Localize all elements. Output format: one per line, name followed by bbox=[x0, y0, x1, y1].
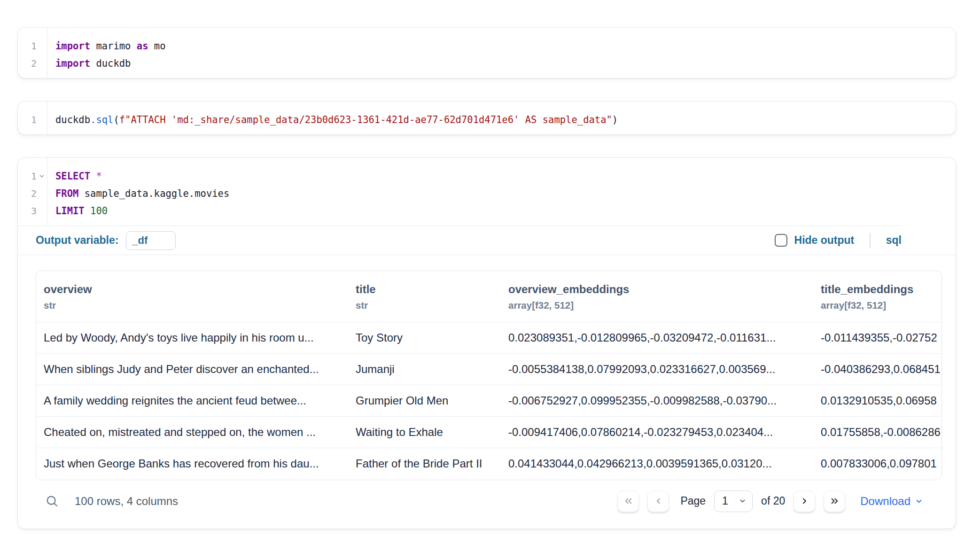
cell-title-embeddings: 0.007833006,0.097801 bbox=[813, 448, 941, 480]
code-token: . bbox=[90, 114, 96, 125]
code-line: duckdb . sql ( f"ATTACH 'md:_share/sampl… bbox=[55, 111, 956, 128]
column-header-overview[interactable]: overview str bbox=[36, 271, 348, 322]
row-count-summary: 100 rows, 4 columns bbox=[75, 495, 178, 508]
code-token: ( bbox=[113, 114, 119, 125]
column-type: str bbox=[356, 300, 493, 311]
code-line: LIMIT 100 bbox=[55, 202, 956, 219]
column-header-title-embeddings[interactable]: title_embeddings array[f32, 512] bbox=[813, 271, 941, 322]
chevron-left-icon bbox=[653, 496, 664, 506]
code-token: duckdb bbox=[55, 114, 90, 125]
cell-title: Father of the Bride Part II bbox=[348, 448, 501, 480]
code-line: FROM sample_data.kaggle.movies bbox=[55, 185, 956, 202]
table-row: When siblings Judy and Peter discover an… bbox=[36, 354, 941, 385]
table-row: Led by Woody, Andy's toys live happily i… bbox=[36, 322, 941, 354]
column-name: overview_embeddings bbox=[508, 283, 806, 296]
code-token: * bbox=[96, 171, 101, 182]
code-token: as bbox=[137, 40, 148, 52]
line-number: 2 bbox=[18, 58, 37, 69]
output-variable-label: Output variable: bbox=[36, 234, 118, 247]
notebook: 1 2 import marimo as mo import duckdb bbox=[0, 0, 980, 529]
fold-chevron-down-icon[interactable] bbox=[37, 173, 47, 179]
line-number-gutter: 1 bbox=[18, 101, 47, 134]
code-cell-2: 1 duckdb . sql ( f"ATTACH 'md:_share/sam… bbox=[17, 101, 956, 135]
table-row: A family wedding reignites the ancient f… bbox=[36, 385, 941, 417]
dataframe-table: overview str title str overview_embeddin… bbox=[36, 271, 942, 480]
code-token: SELECT bbox=[55, 171, 90, 182]
cell-overview: A family wedding reignites the ancient f… bbox=[36, 385, 348, 417]
table-header-row: overview str title str overview_embeddin… bbox=[36, 271, 941, 322]
code-token: FROM bbox=[55, 188, 78, 199]
hide-output-label: Hide output bbox=[794, 234, 855, 247]
column-header-title[interactable]: title str bbox=[348, 271, 501, 322]
cell-overview: Led by Woody, Andy's toys live happily i… bbox=[36, 322, 348, 354]
cell-title-embeddings: -0.011439355,-0.02752 bbox=[813, 322, 941, 354]
column-type: array[f32, 512] bbox=[508, 300, 806, 311]
line-number: 3 bbox=[18, 205, 37, 217]
download-button[interactable]: Download bbox=[860, 495, 923, 508]
line-number-gutter: 1 2 bbox=[18, 28, 47, 78]
cell-title-embeddings: 0.01755858,-0.0086286 bbox=[813, 417, 941, 448]
sql-cell-toolbar: Output variable: Hide output sql bbox=[18, 226, 956, 255]
cell-title: Toy Story bbox=[348, 322, 501, 354]
cell-title: Jumanji bbox=[348, 354, 501, 385]
cell-title-embeddings: -0.040386293,0.068451 bbox=[813, 354, 941, 385]
code-area[interactable]: duckdb . sql ( f"ATTACH 'md:_share/sampl… bbox=[47, 101, 956, 134]
cell-overview: Cheated on, mistreated and stepped on, t… bbox=[36, 417, 348, 448]
code-line: import duckdb bbox=[55, 54, 956, 72]
sql-output: overview str title str overview_embeddin… bbox=[18, 255, 956, 529]
first-page-icon bbox=[623, 496, 634, 506]
next-page-button[interactable] bbox=[793, 490, 815, 512]
line-number-gutter: 1 2 3 bbox=[18, 158, 47, 226]
cell-overview: Just when George Banks has recovered fro… bbox=[36, 448, 348, 480]
last-page-button[interactable] bbox=[824, 490, 845, 512]
first-page-button[interactable] bbox=[617, 490, 639, 512]
code-token: import bbox=[55, 58, 90, 69]
code-token bbox=[90, 171, 96, 182]
code-line: SELECT * bbox=[55, 167, 956, 185]
output-variable-input[interactable] bbox=[126, 231, 176, 250]
page-select[interactable]: 1 bbox=[714, 490, 753, 512]
code-editor-1[interactable]: 1 2 import marimo as mo import duckdb bbox=[18, 28, 956, 78]
previous-page-button[interactable] bbox=[647, 490, 669, 512]
cell-title-embeddings: 0.0132910535,0.06958 bbox=[813, 385, 941, 417]
hide-output-checkbox[interactable] bbox=[775, 234, 787, 247]
code-token: sql bbox=[96, 114, 113, 125]
last-page-icon bbox=[829, 496, 840, 506]
code-token: ) bbox=[612, 114, 618, 125]
cell-overview-embeddings: 0.041433044,0.042966213,0.0039591365,0.0… bbox=[501, 448, 813, 480]
code-line: import marimo as mo bbox=[55, 37, 956, 54]
code-area[interactable]: SELECT * FROM sample_data.kaggle.movies … bbox=[47, 158, 956, 226]
column-type: str bbox=[44, 300, 341, 311]
search-button[interactable] bbox=[45, 494, 59, 508]
column-name: overview bbox=[44, 283, 341, 296]
table-row: Just when George Banks has recovered fro… bbox=[36, 448, 941, 480]
code-token: duckdb bbox=[90, 58, 131, 69]
column-name: title bbox=[356, 283, 493, 296]
cell-overview-embeddings: -0.006752927,0.099952355,-0.009982588,-0… bbox=[501, 385, 813, 417]
sql-code-editor[interactable]: 1 2 3 SELECT * FROM sample_data.kaggle.m… bbox=[18, 158, 956, 226]
column-name: title_embeddings bbox=[821, 283, 934, 296]
chevron-down-icon bbox=[739, 497, 747, 505]
language-toggle-sql[interactable]: sql bbox=[886, 234, 902, 247]
code-token: 100 bbox=[90, 205, 108, 217]
code-area[interactable]: import marimo as mo import duckdb bbox=[47, 28, 956, 78]
code-token: LIMIT bbox=[55, 205, 85, 217]
code-cell-1: 1 2 import marimo as mo import duckdb bbox=[17, 27, 956, 78]
line-number: 1 bbox=[18, 40, 37, 52]
cell-title: Waiting to Exhale bbox=[348, 417, 501, 448]
table-row: Cheated on, mistreated and stepped on, t… bbox=[36, 417, 941, 448]
cell-title: Grumpier Old Men bbox=[348, 385, 501, 417]
table-footer: 100 rows, 4 columns Page bbox=[36, 487, 942, 516]
code-token: sample_data.kaggle.movies bbox=[78, 188, 229, 199]
cell-overview-embeddings: -0.0055384138,0.07992093,0.023316627,0.0… bbox=[501, 354, 813, 385]
line-number: 1 bbox=[18, 171, 37, 182]
divider bbox=[870, 233, 871, 248]
page-label: Page bbox=[680, 495, 706, 507]
code-editor-2[interactable]: 1 duckdb . sql ( f"ATTACH 'md:_share/sam… bbox=[18, 101, 956, 134]
column-header-overview-embeddings[interactable]: overview_embeddings array[f32, 512] bbox=[501, 271, 813, 322]
code-token: marimo bbox=[90, 40, 137, 52]
column-type: array[f32, 512] bbox=[821, 300, 934, 311]
line-number: 2 bbox=[18, 188, 37, 199]
code-token bbox=[85, 205, 90, 217]
cell-overview: When siblings Judy and Peter discover an… bbox=[36, 354, 348, 385]
